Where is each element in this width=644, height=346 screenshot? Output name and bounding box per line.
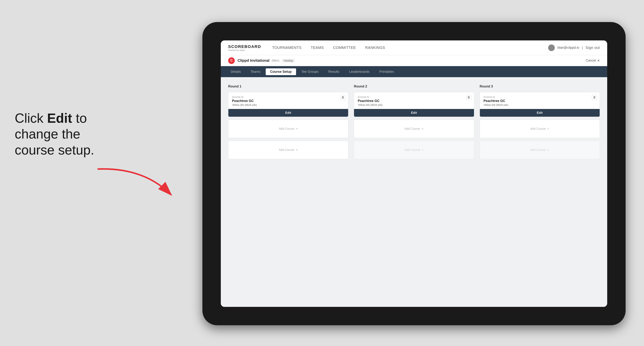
tournament-logo: C: [228, 57, 235, 64]
round-2-course-label: (Course A): [358, 96, 470, 98]
cancel-button[interactable]: Cancel ✕: [586, 59, 600, 63]
tab-course-setup[interactable]: Course Setup: [266, 68, 296, 75]
round-1-edit-button[interactable]: Edit: [228, 109, 348, 117]
round-1-title: Round 1: [228, 85, 348, 88]
tournament-gender: (Men): [272, 59, 279, 62]
close-icon: ✕: [597, 59, 600, 63]
tournament-name: Clippd Invitational: [238, 58, 270, 63]
tab-bar: Details Teams Course Setup Tee Groups Re…: [221, 66, 607, 77]
round-2-course-detail: Yellow (M) (6629 yds): [358, 103, 470, 106]
round-1-column: Round 1 (Course A) Peachtree GC Yellow (…: [228, 85, 348, 159]
user-email: blair@clippd.io: [558, 46, 579, 50]
tab-details[interactable]: Details: [226, 68, 245, 75]
trash-icon: 🗑: [467, 96, 470, 99]
tablet: SCOREBOARD Powered by clippd TOURNAMENTS…: [202, 22, 626, 325]
rounds-container: Round 1 (Course A) Peachtree GC Yellow (…: [228, 85, 600, 159]
round-3-course-label: (Course A): [484, 96, 596, 98]
hosting-badge: Hosting: [282, 59, 294, 62]
round-3-course-detail: Yellow (M) (6629 yds): [484, 103, 596, 106]
plus-icon: +: [422, 148, 424, 152]
plus-icon: +: [296, 148, 298, 152]
separator: |: [582, 46, 583, 50]
round-2-add-course-2: Add Course +: [354, 141, 474, 159]
round-1-add-course-2[interactable]: Add Course +: [228, 141, 348, 159]
round-2-course-card: (Course A) Peachtree GC Yellow (M) (6629…: [354, 92, 474, 117]
trash-icon: 🗑: [342, 96, 344, 99]
round-3-edit-button[interactable]: Edit: [480, 109, 600, 117]
round-3-course-card: (Course A) Peachtree GC Yellow (M) (6629…: [480, 92, 600, 117]
user-avatar: [548, 44, 555, 51]
nav-teams[interactable]: TEAMS: [311, 46, 324, 50]
round-3-add-course-2: Add Course +: [480, 141, 600, 159]
round-2-column: Round 2 (Course A) Peachtree GC Yellow (…: [354, 85, 474, 159]
user-area: blair@clippd.io | Sign out: [548, 44, 600, 51]
round-1-delete-button[interactable]: 🗑: [340, 95, 346, 100]
tab-printables[interactable]: Printables: [375, 68, 398, 75]
add-course-label: Add Course: [279, 127, 294, 131]
add-course-label: Add Course: [530, 148, 546, 152]
add-course-label: Add Course: [404, 148, 420, 152]
round-2-course-name: Peachtree GC: [358, 99, 470, 103]
nav-rankings[interactable]: RANKINGS: [365, 46, 385, 50]
trash-icon: 🗑: [593, 96, 596, 99]
round-2-edit-button[interactable]: Edit: [354, 109, 474, 117]
add-course-label: Add Course: [279, 148, 294, 152]
nav-tournaments[interactable]: TOURNAMENTS: [272, 46, 302, 50]
round-3-course-name: Peachtree GC: [484, 99, 596, 103]
tab-results[interactable]: Results: [324, 68, 344, 75]
logo-area: SCOREBOARD Powered by clippd: [228, 44, 261, 51]
add-course-label: Add Course: [404, 127, 420, 131]
tablet-screen: SCOREBOARD Powered by clippd TOURNAMENTS…: [221, 40, 607, 307]
plus-icon: +: [547, 127, 549, 131]
sign-out-link[interactable]: Sign out: [586, 46, 600, 50]
page-wrapper: Click Edit tochange thecourse setup. SCO…: [0, 0, 644, 346]
edit-bold: Edit: [47, 111, 72, 126]
round-3-delete-button[interactable]: 🗑: [592, 95, 597, 100]
tab-teams[interactable]: Teams: [246, 68, 265, 75]
tab-tee-groups[interactable]: Tee Groups: [297, 68, 323, 75]
plus-icon: +: [296, 127, 298, 131]
round-1-add-course-1[interactable]: Add Course +: [228, 120, 348, 138]
logo-scoreboard: SCOREBOARD: [228, 44, 261, 49]
nav-committee[interactable]: COMMITTEE: [333, 46, 356, 50]
plus-icon: +: [422, 127, 424, 131]
round-1-course-detail: Yellow (M) (6629 yds): [232, 103, 344, 106]
round-3-add-course-1[interactable]: Add Course +: [480, 120, 600, 138]
tab-leaderboards[interactable]: Leaderboards: [345, 68, 374, 75]
logo-sub: Powered by clippd: [228, 49, 261, 51]
add-course-label: Add Course: [530, 127, 546, 131]
instruction-text: Click Edit tochange thecourse setup.: [15, 110, 110, 158]
top-nav: SCOREBOARD Powered by clippd TOURNAMENTS…: [221, 40, 607, 55]
round-2-delete-button[interactable]: 🗑: [466, 95, 472, 100]
arrow-container: [88, 165, 180, 202]
round-2-title: Round 2: [354, 85, 474, 88]
round-1-course-card: (Course A) Peachtree GC Yellow (M) (6629…: [228, 92, 348, 117]
content-area: Round 1 (Course A) Peachtree GC Yellow (…: [221, 77, 607, 307]
round-1-course-label: (Course A): [232, 96, 344, 98]
plus-icon: +: [547, 148, 549, 152]
round-2-add-course-1[interactable]: Add Course +: [354, 120, 474, 138]
nav-links: TOURNAMENTS TEAMS COMMITTEE RANKINGS: [272, 46, 548, 50]
round-3-title: Round 3: [480, 85, 600, 88]
round-1-course-name: Peachtree GC: [232, 99, 344, 103]
round-3-column: Round 3 (Course A) Peachtree GC Yellow (…: [480, 85, 600, 159]
sub-header: C Clippd Invitational (Men) Hosting Canc…: [221, 55, 607, 66]
